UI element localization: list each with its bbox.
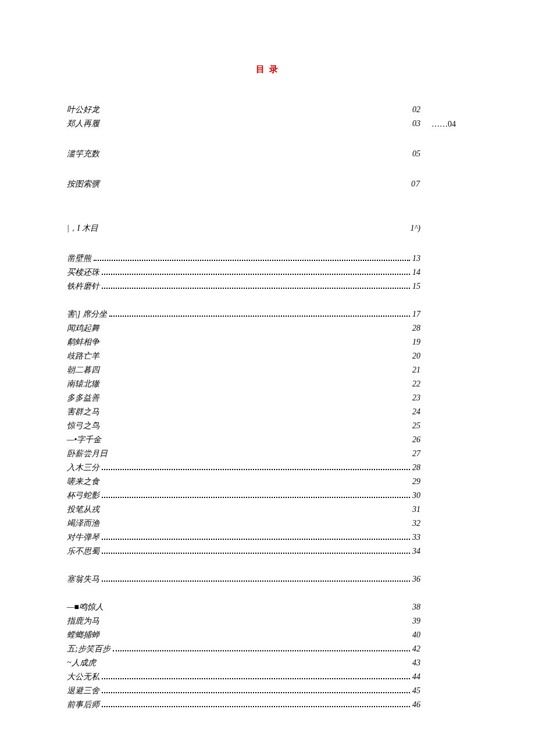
toc-entry-page: 40 <box>412 628 420 642</box>
toc-entry-label: 郑人再履 <box>67 117 99 131</box>
toc-entry: 鹬蚌相争19 <box>67 335 420 349</box>
toc-entry: 对牛弹琴33 <box>67 531 420 544</box>
toc-filler <box>102 706 410 707</box>
toc-entry-page: 03 <box>412 117 420 131</box>
toc-entry-label: 嗟来之食 <box>67 475 99 489</box>
toc-filler <box>102 692 410 693</box>
toc-entry: 南辕北辙22 <box>67 377 420 391</box>
toc-entry-label: 卧薪尝月日 <box>67 447 108 461</box>
toc-entry: 惊弓之鸟25 <box>67 419 420 433</box>
toc-filler <box>113 650 410 651</box>
toc-entry-label: ~人成虎 <box>67 656 96 670</box>
toc-filler <box>102 469 410 470</box>
toc-entry-page: 15 <box>412 280 420 293</box>
toc-entry-label: 竭泽而渔 <box>67 517 99 531</box>
toc-entry-label: 惊弓之鸟 <box>67 419 99 433</box>
toc-entry-page: 23 <box>412 391 420 405</box>
toc-entry-label: 杯弓蛇影 <box>67 489 99 503</box>
toc-entry-label: 五;步笑百步 <box>67 642 110 656</box>
toc-entry: 入木三分28 <box>67 461 420 475</box>
toc-entry-label: 害|] 席分坐 <box>67 307 107 321</box>
toc-entry: 害|] 席分坐17 <box>67 307 420 321</box>
toc-entry-label: 叶公好龙 <box>67 103 99 117</box>
toc-entry-label: 害群之马 <box>67 405 99 419</box>
toc-entry: 铁杵磨针15 <box>67 280 420 293</box>
toc-entry: 指鹿为马39 <box>67 614 420 628</box>
toc-entry-page: 31 <box>412 503 420 517</box>
toc-entry-page: 27 <box>412 447 420 461</box>
toc-filler <box>102 288 410 289</box>
toc-entry-page: 1^) <box>410 221 420 235</box>
toc-entry-page: 21 <box>412 363 420 377</box>
toc-page: 目 录 ……04 叶公好龙02郑人再履03滥竽充数05按图索骥07|，I 木目1… <box>0 0 535 735</box>
toc-entry-page: 28 <box>412 461 420 475</box>
toc-entry: 叶公好龙02 <box>67 103 420 117</box>
toc-entry-page: 43 <box>412 656 420 670</box>
toc-entry: 螳螂捕蝉40 <box>67 628 420 642</box>
toc-list: 叶公好龙02郑人再履03滥竽充数05按图索骥07|，I 木目1^)凿壁熊13买椟… <box>67 103 468 712</box>
toc-entry-label: 入木三分 <box>67 461 99 475</box>
toc-entry: 杯弓蛇影30 <box>67 489 420 503</box>
toc-entry: 歧路亡羊20 <box>67 349 420 363</box>
toc-entry-page: 14 <box>412 266 420 280</box>
floating-page-04: ……04 <box>431 120 456 129</box>
toc-entry-label: 螳螂捕蝉 <box>67 628 99 642</box>
toc-entry: 五;步笑百步42 <box>67 642 420 656</box>
toc-entry-label: 买椟还珠 <box>67 266 99 280</box>
toc-entry: 大公无私44 <box>67 670 420 684</box>
toc-filler <box>102 274 410 275</box>
toc-entry-page: 13 <box>412 252 420 266</box>
toc-entry: 滥竽充数05 <box>67 147 420 161</box>
toc-entry-label: —•字千金 <box>67 433 101 447</box>
toc-entry: 朝二暮四21 <box>67 363 420 377</box>
toc-entry: 闻鸡起舞28 <box>67 321 420 335</box>
toc-entry-page: 26 <box>412 433 420 447</box>
toc-entry-label: 大公无私 <box>67 670 99 684</box>
toc-entry-page: 42 <box>412 642 420 656</box>
toc-entry: 害群之马24 <box>67 405 420 419</box>
toc-entry-label: 乐不思蜀 <box>67 544 99 558</box>
toc-gap <box>67 191 468 221</box>
toc-gap <box>67 131 468 147</box>
toc-entry-label: 滥竽充数 <box>67 147 99 161</box>
toc-gap <box>67 558 468 572</box>
toc-entry-label: 对牛弹琴 <box>67 531 99 544</box>
toc-entry: 竭泽而渔32 <box>67 517 420 531</box>
toc-entry-page: 45 <box>412 684 420 698</box>
toc-entry-label: 南辕北辙 <box>67 377 99 391</box>
toc-entry: |，I 木目1^) <box>67 221 420 235</box>
toc-entry-label: 铁杵磨针 <box>67 280 99 293</box>
toc-entry-label: 朝二暮四 <box>67 363 99 377</box>
toc-entry: 多多益善23 <box>67 391 420 405</box>
toc-gap <box>67 586 468 600</box>
toc-entry: 郑人再履03 <box>67 117 420 131</box>
toc-entry-page: 28 <box>412 321 420 335</box>
toc-filler <box>109 316 410 317</box>
toc-filler <box>102 539 410 540</box>
toc-entry: 前事后师46 <box>67 698 420 712</box>
toc-gap <box>67 293 468 307</box>
toc-filler <box>102 581 410 582</box>
toc-entry-label: 塞翁失马 <box>67 572 99 586</box>
toc-entry: 塞翁失马36 <box>67 572 420 586</box>
toc-entry: 按图索骥07 <box>67 177 420 191</box>
toc-entry-page: 33 <box>412 531 420 544</box>
toc-entry: 买椟还珠14 <box>67 266 420 280</box>
toc-entry-label: 投笔从戎 <box>67 503 99 517</box>
toc-entry: ~人成虎43 <box>67 656 420 670</box>
toc-entry-page: 30 <box>412 489 420 503</box>
toc-entry-page: 22 <box>412 377 420 391</box>
toc-entry: 乐不思蜀34 <box>67 544 420 558</box>
toc-entry-page: 07 <box>411 177 420 191</box>
toc-entry-label: 退避三舍 <box>67 684 99 698</box>
toc-entry-label: 前事后师 <box>67 698 99 712</box>
toc-filler <box>94 260 410 261</box>
toc-entry-page: 36 <box>412 572 420 586</box>
toc-entry-label: 指鹿为马 <box>67 614 99 628</box>
toc-filler <box>102 497 410 498</box>
toc-entry-page: 39 <box>412 614 420 628</box>
toc-entry-page: 44 <box>412 670 420 684</box>
toc-entry: 卧薪尝月日27 <box>67 447 420 461</box>
toc-entry-label: 凿壁熊 <box>67 252 91 266</box>
toc-entry: 退避三舍45 <box>67 684 420 698</box>
